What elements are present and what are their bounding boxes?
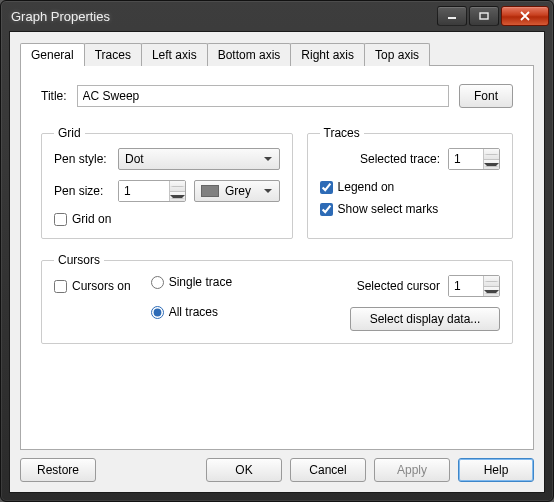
cursors-on-checkbox[interactable]: Cursors on xyxy=(54,279,131,293)
maximize-button[interactable] xyxy=(469,6,499,26)
legend-on-checkbox[interactable]: Legend on xyxy=(320,180,500,194)
legend-on-input[interactable] xyxy=(320,181,333,194)
grid-on-checkbox[interactable]: Grid on xyxy=(54,212,280,226)
selected-trace-label: Selected trace: xyxy=(360,152,440,166)
grid-on-label: Grid on xyxy=(72,212,111,226)
pen-color-value: Grey xyxy=(225,184,251,198)
all-traces-radio[interactable]: All traces xyxy=(151,305,232,319)
window-controls xyxy=(437,6,549,26)
pen-style-label: Pen style: xyxy=(54,152,110,166)
tab-general[interactable]: General xyxy=(20,43,85,66)
selected-cursor-spinner[interactable] xyxy=(448,275,500,297)
svg-rect-1 xyxy=(480,13,488,19)
single-trace-input[interactable] xyxy=(151,276,164,289)
ok-button[interactable]: OK xyxy=(206,458,282,482)
window-frame: Graph Properties General Traces Left axi… xyxy=(0,0,554,502)
cursors-on-input[interactable] xyxy=(54,280,67,293)
pen-size-down[interactable] xyxy=(170,192,185,202)
show-marks-label: Show select marks xyxy=(338,202,439,216)
tab-top-axis[interactable]: Top axis xyxy=(364,43,430,66)
show-marks-checkbox[interactable]: Show select marks xyxy=(320,202,500,216)
title-input[interactable] xyxy=(77,85,449,107)
help-button[interactable]: Help xyxy=(458,458,534,482)
select-display-data-button[interactable]: Select display data... xyxy=(350,307,500,331)
font-button[interactable]: Font xyxy=(459,84,513,108)
all-traces-input[interactable] xyxy=(151,306,164,319)
pen-style-select[interactable]: Dot xyxy=(118,148,280,170)
tab-left-axis[interactable]: Left axis xyxy=(141,43,208,66)
pen-style-value: Dot xyxy=(125,152,144,166)
traces-legend: Traces xyxy=(320,126,364,140)
selected-cursor-up[interactable] xyxy=(484,276,499,287)
single-trace-radio[interactable]: Single trace xyxy=(151,275,232,289)
selected-cursor-down[interactable] xyxy=(484,287,499,297)
title-label: Title: xyxy=(41,89,67,103)
tab-strip: General Traces Left axis Bottom axis Rig… xyxy=(20,43,534,66)
tab-bottom-axis[interactable]: Bottom axis xyxy=(207,43,292,66)
grid-group: Grid Pen style: Dot Pen size: xyxy=(41,126,293,239)
close-button[interactable] xyxy=(501,6,549,26)
color-swatch-icon xyxy=(201,185,219,197)
apply-button[interactable]: Apply xyxy=(374,458,450,482)
cursors-on-label: Cursors on xyxy=(72,279,131,293)
pen-size-value[interactable] xyxy=(119,181,169,201)
selected-trace-value[interactable] xyxy=(449,149,483,169)
tab-page-general: Title: Font Grid Pen style: Dot Pen size… xyxy=(20,65,534,450)
single-trace-label: Single trace xyxy=(169,275,232,289)
pen-color-select[interactable]: Grey xyxy=(194,180,280,202)
minimize-button[interactable] xyxy=(437,6,467,26)
selected-trace-spinner[interactable] xyxy=(448,148,500,170)
pen-size-spinner[interactable] xyxy=(118,180,186,202)
restore-button[interactable]: Restore xyxy=(20,458,96,482)
selected-trace-down[interactable] xyxy=(484,160,499,170)
cursors-group: Cursors Cursors on Single trace xyxy=(41,253,513,344)
cancel-button[interactable]: Cancel xyxy=(290,458,366,482)
pen-size-up[interactable] xyxy=(170,181,185,192)
titlebar[interactable]: Graph Properties xyxy=(1,1,553,31)
traces-group: Traces Selected trace: Le xyxy=(307,126,513,239)
pen-size-label: Pen size: xyxy=(54,184,110,198)
client-area: General Traces Left axis Bottom axis Rig… xyxy=(9,31,545,493)
cursors-legend: Cursors xyxy=(54,253,104,267)
grid-legend: Grid xyxy=(54,126,85,140)
selected-cursor-label: Selected cursor xyxy=(357,279,440,293)
legend-on-label: Legend on xyxy=(338,180,395,194)
tab-traces[interactable]: Traces xyxy=(84,43,142,66)
dialog-button-bar: Restore OK Cancel Apply Help xyxy=(20,450,534,482)
tab-right-axis[interactable]: Right axis xyxy=(290,43,365,66)
title-row: Title: Font xyxy=(41,84,513,108)
grid-on-input[interactable] xyxy=(54,213,67,226)
window-title: Graph Properties xyxy=(11,9,437,24)
show-marks-input[interactable] xyxy=(320,203,333,216)
selected-trace-up[interactable] xyxy=(484,149,499,160)
all-traces-label: All traces xyxy=(169,305,218,319)
selected-cursor-value[interactable] xyxy=(449,276,483,296)
